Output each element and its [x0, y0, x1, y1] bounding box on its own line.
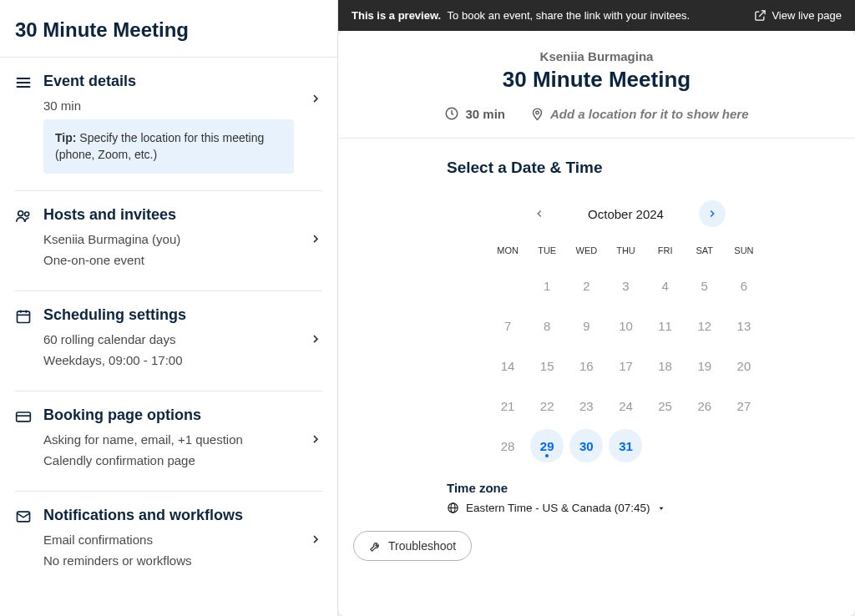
meeting-title: 30 Minute Meeting — [355, 67, 838, 93]
booking-preview-card: Kseniia Burmagina 30 Minute Meeting 30 m… — [338, 31, 855, 616]
calendar-day: 2 — [569, 269, 603, 302]
view-live-link[interactable]: View live page — [754, 9, 842, 22]
troubleshoot-button[interactable]: Troubleshoot — [353, 531, 472, 561]
calendar-day: 19 — [688, 349, 721, 382]
timezone-label: Time zone — [447, 481, 805, 495]
calendar-dow: TUE — [528, 242, 567, 262]
calendar-day: 24 — [609, 389, 642, 422]
calendar-day: 26 — [688, 389, 721, 422]
calendar-day: 5 — [688, 269, 721, 302]
calendar-day: 20 — [727, 349, 761, 382]
calendar-day: 12 — [688, 309, 721, 342]
select-date-title: Select a Date & Time — [447, 159, 805, 177]
calendar-day: 21 — [491, 389, 524, 422]
calendar-icon — [15, 308, 32, 325]
calendar-day: 14 — [491, 349, 524, 382]
timezone-selector[interactable]: Eastern Time - US & Canada (07:45) — [447, 502, 805, 514]
calendar-month-label: October 2024 — [588, 207, 664, 221]
globe-icon — [447, 502, 459, 514]
location-placeholder: Add a location for it to show here — [550, 107, 749, 121]
clock-icon — [444, 106, 459, 121]
calendar-day: 28 — [491, 429, 524, 462]
calendar-grid: MONTUEWEDTHUFRISATSUN1234567891011121314… — [488, 242, 764, 462]
svg-point-13 — [536, 111, 539, 114]
calendar-day: 13 — [727, 309, 761, 342]
section-booking[interactable]: Booking page options Asking for name, em… — [15, 391, 322, 492]
chevron-right-icon — [309, 92, 321, 104]
page-title: 30 Minute Meeting — [15, 18, 322, 42]
calendar-day: 27 — [727, 389, 761, 422]
calendar-day: 16 — [569, 349, 603, 382]
scheduling-hours: Weekdays, 09:00 - 17:00 — [43, 353, 322, 367]
chevron-right-icon — [309, 332, 321, 344]
calendar-dow: THU — [606, 242, 645, 262]
event-type: One-on-one event — [43, 253, 322, 267]
location-meta[interactable]: Add a location for it to show here — [530, 107, 749, 121]
next-month-button[interactable] — [699, 200, 726, 227]
section-title: Event details — [43, 73, 322, 90]
section-notifications[interactable]: Notifications and workflows Email confir… — [15, 492, 322, 591]
calendar-day: 15 — [530, 349, 564, 382]
calendar-day-available[interactable]: 30 — [569, 429, 603, 462]
host-name: Kseniia Burmagina (you) — [43, 232, 322, 246]
booking-header: Kseniia Burmagina 30 Minute Meeting 30 m… — [338, 31, 855, 139]
calendar-day: 18 — [649, 349, 682, 382]
calendar-day-available[interactable]: 31 — [609, 429, 642, 462]
booking-confirmation: Calendly confirmation page — [43, 453, 322, 467]
tip-box: Tip: Specify the location for this meeti… — [43, 119, 294, 174]
svg-point-3 — [18, 210, 23, 215]
prev-month-button[interactable] — [526, 200, 553, 227]
banner-rest: To book an event, share the link with yo… — [448, 9, 691, 22]
calendar-day: 1 — [530, 269, 564, 302]
calendar-day: 10 — [609, 309, 642, 342]
preview-panel: This is a preview. To book an event, sha… — [338, 0, 855, 616]
section-title: Hosts and invitees — [43, 206, 322, 224]
calendar-day: 17 — [609, 349, 642, 382]
notif-reminders: No reminders or workflows — [43, 553, 322, 568]
calendar-day: 11 — [649, 309, 682, 342]
list-icon — [15, 74, 32, 91]
section-hosts[interactable]: Hosts and invitees Kseniia Burmagina (yo… — [15, 191, 322, 291]
chevron-right-icon — [309, 232, 321, 244]
section-title: Scheduling settings — [43, 306, 322, 324]
people-icon — [15, 208, 32, 225]
section-scheduling[interactable]: Scheduling settings 60 rolling calendar … — [15, 291, 322, 391]
host-name: Kseniia Burmagina — [355, 49, 838, 63]
mail-icon — [15, 508, 32, 525]
svg-rect-9 — [17, 412, 31, 422]
calendar-day: 9 — [569, 309, 603, 342]
view-live-label: View live page — [772, 9, 842, 22]
calendar-nav: October 2024 — [447, 200, 805, 227]
settings-panel: 30 Minute Meeting Event details 30 min T… — [0, 0, 338, 616]
event-duration: 30 min — [43, 98, 322, 113]
calendar-day: 23 — [569, 389, 603, 422]
calendar-empty — [491, 269, 524, 302]
calendar-day: 8 — [530, 309, 564, 342]
troubleshoot-area: Troubleshoot — [338, 523, 855, 576]
calendar-day: 22 — [530, 389, 564, 422]
chevron-right-icon — [309, 533, 321, 544]
calendar-dow: SUN — [724, 242, 763, 262]
chevron-right-icon — [309, 432, 321, 444]
tip-label: Tip: — [55, 131, 76, 144]
calendar-dow: MON — [488, 242, 528, 262]
calendar-day-available[interactable]: 29 — [530, 429, 564, 462]
calendar-day: 6 — [727, 269, 761, 302]
card-icon — [15, 408, 32, 425]
svg-rect-5 — [18, 311, 30, 322]
scheduling-window: 60 rolling calendar days — [43, 332, 322, 346]
wrench-icon — [369, 540, 382, 553]
caret-down-icon — [657, 504, 665, 512]
section-event-details[interactable]: Event details 30 min Tip: Specify the lo… — [15, 58, 322, 191]
svg-point-4 — [25, 212, 29, 216]
timezone-value: Eastern Time - US & Canada (07:45) — [466, 502, 650, 514]
calendar-day: 7 — [491, 309, 524, 342]
settings-header: 30 Minute Meeting — [0, 0, 337, 58]
timezone-block: Time zone Eastern Time - US & Canada (07… — [447, 481, 805, 514]
banner-bold: This is a preview. — [352, 9, 441, 22]
calendar-dow: FRI — [645, 242, 685, 262]
calendar-day: 25 — [649, 389, 682, 422]
troubleshoot-label: Troubleshoot — [388, 539, 456, 553]
notif-emails: Email confirmations — [43, 533, 322, 547]
tip-text: Specify the location for this meeting (p… — [55, 131, 264, 161]
